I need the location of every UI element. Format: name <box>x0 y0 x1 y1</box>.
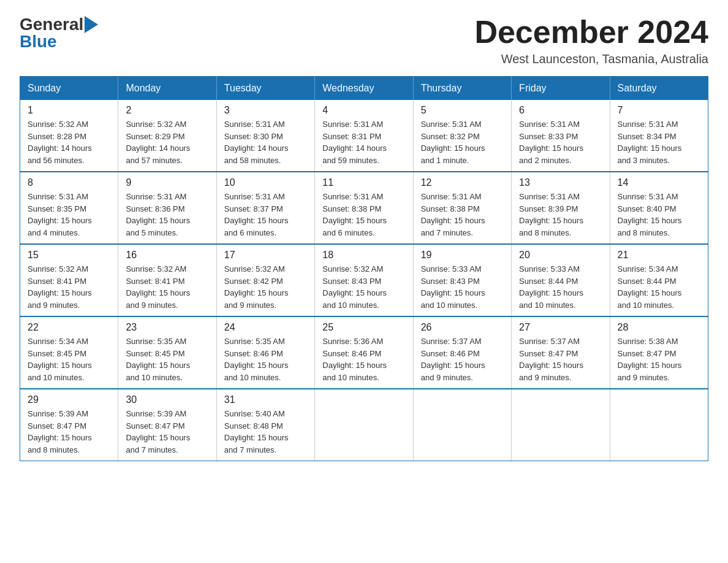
day-number: 4 <box>322 105 405 116</box>
week-row-1: 1 Sunrise: 5:32 AM Sunset: 8:28 PM Dayli… <box>20 100 708 172</box>
page-header: General Blue December 2024 West Launcest… <box>20 15 708 66</box>
day-info: Sunrise: 5:31 AM Sunset: 8:38 PM Dayligh… <box>421 191 504 239</box>
day-cell <box>512 389 610 461</box>
day-cell: 28 Sunrise: 5:38 AM Sunset: 8:47 PM Dayl… <box>610 316 708 389</box>
day-number: 31 <box>224 394 307 405</box>
day-number: 1 <box>28 105 110 116</box>
day-number: 9 <box>126 177 208 188</box>
day-cell: 27 Sunrise: 5:37 AM Sunset: 8:47 PM Dayl… <box>512 316 610 389</box>
header-tuesday: Tuesday <box>216 77 314 101</box>
day-info: Sunrise: 5:32 AM Sunset: 8:28 PM Dayligh… <box>28 118 110 166</box>
day-number: 27 <box>519 322 602 333</box>
day-number: 25 <box>322 322 405 333</box>
week-row-5: 29 Sunrise: 5:39 AM Sunset: 8:47 PM Dayl… <box>20 389 708 461</box>
day-cell: 9 Sunrise: 5:31 AM Sunset: 8:36 PM Dayli… <box>118 172 216 244</box>
day-cell: 31 Sunrise: 5:40 AM Sunset: 8:48 PM Dayl… <box>216 389 314 461</box>
day-number: 19 <box>421 250 504 261</box>
day-number: 7 <box>618 105 700 116</box>
day-cell: 8 Sunrise: 5:31 AM Sunset: 8:35 PM Dayli… <box>20 172 118 244</box>
logo-blue-text: Blue <box>20 32 57 52</box>
week-row-2: 8 Sunrise: 5:31 AM Sunset: 8:35 PM Dayli… <box>20 172 708 244</box>
day-info: Sunrise: 5:39 AM Sunset: 8:47 PM Dayligh… <box>126 408 208 456</box>
day-cell: 18 Sunrise: 5:32 AM Sunset: 8:43 PM Dayl… <box>315 244 413 316</box>
day-info: Sunrise: 5:31 AM Sunset: 8:35 PM Dayligh… <box>28 191 110 239</box>
day-cell: 29 Sunrise: 5:39 AM Sunset: 8:47 PM Dayl… <box>20 389 118 461</box>
day-number: 5 <box>421 105 504 116</box>
day-info: Sunrise: 5:33 AM Sunset: 8:44 PM Dayligh… <box>519 263 602 311</box>
location-title: West Launceston, Tasmania, Australia <box>474 52 708 66</box>
day-number: 2 <box>126 105 208 116</box>
day-cell: 21 Sunrise: 5:34 AM Sunset: 8:44 PM Dayl… <box>610 244 708 316</box>
day-number: 21 <box>618 250 700 261</box>
day-number: 12 <box>421 177 504 188</box>
day-info: Sunrise: 5:31 AM Sunset: 8:38 PM Dayligh… <box>322 191 405 239</box>
day-cell: 25 Sunrise: 5:36 AM Sunset: 8:46 PM Dayl… <box>315 316 413 389</box>
day-info: Sunrise: 5:40 AM Sunset: 8:48 PM Dayligh… <box>224 408 307 456</box>
day-info: Sunrise: 5:31 AM Sunset: 8:39 PM Dayligh… <box>519 191 602 239</box>
day-number: 22 <box>28 322 110 333</box>
day-info: Sunrise: 5:31 AM Sunset: 8:32 PM Dayligh… <box>421 118 504 166</box>
day-cell <box>413 389 511 461</box>
day-info: Sunrise: 5:32 AM Sunset: 8:41 PM Dayligh… <box>126 263 208 311</box>
day-number: 17 <box>224 250 307 261</box>
day-cell: 15 Sunrise: 5:32 AM Sunset: 8:41 PM Dayl… <box>20 244 118 316</box>
day-number: 23 <box>126 322 208 333</box>
day-info: Sunrise: 5:37 AM Sunset: 8:47 PM Dayligh… <box>519 335 602 383</box>
day-number: 29 <box>28 394 110 405</box>
day-cell: 26 Sunrise: 5:37 AM Sunset: 8:46 PM Dayl… <box>413 316 511 389</box>
day-cell: 6 Sunrise: 5:31 AM Sunset: 8:33 PM Dayli… <box>512 100 610 172</box>
day-number: 16 <box>126 250 208 261</box>
day-cell <box>610 389 708 461</box>
day-cell: 24 Sunrise: 5:35 AM Sunset: 8:46 PM Dayl… <box>216 316 314 389</box>
day-number: 8 <box>28 177 110 188</box>
day-info: Sunrise: 5:31 AM Sunset: 8:40 PM Dayligh… <box>618 191 700 239</box>
logo: General Blue <box>20 15 98 52</box>
day-info: Sunrise: 5:32 AM Sunset: 8:29 PM Dayligh… <box>126 118 208 166</box>
day-number: 14 <box>618 177 700 188</box>
day-cell: 19 Sunrise: 5:33 AM Sunset: 8:43 PM Dayl… <box>413 244 511 316</box>
day-info: Sunrise: 5:36 AM Sunset: 8:46 PM Dayligh… <box>322 335 405 383</box>
day-info: Sunrise: 5:32 AM Sunset: 8:41 PM Dayligh… <box>28 263 110 311</box>
week-row-4: 22 Sunrise: 5:34 AM Sunset: 8:45 PM Dayl… <box>20 316 708 389</box>
header-row: SundayMondayTuesdayWednesdayThursdayFrid… <box>20 77 708 101</box>
day-number: 24 <box>224 322 307 333</box>
day-info: Sunrise: 5:31 AM Sunset: 8:36 PM Dayligh… <box>126 191 208 239</box>
day-number: 20 <box>519 250 602 261</box>
header-friday: Friday <box>512 77 610 101</box>
day-number: 3 <box>224 105 307 116</box>
day-number: 11 <box>322 177 405 188</box>
day-info: Sunrise: 5:31 AM Sunset: 8:33 PM Dayligh… <box>519 118 602 166</box>
day-cell <box>315 389 413 461</box>
day-cell: 16 Sunrise: 5:32 AM Sunset: 8:41 PM Dayl… <box>118 244 216 316</box>
day-number: 13 <box>519 177 602 188</box>
day-cell: 13 Sunrise: 5:31 AM Sunset: 8:39 PM Dayl… <box>512 172 610 244</box>
header-monday: Monday <box>118 77 216 101</box>
day-cell: 14 Sunrise: 5:31 AM Sunset: 8:40 PM Dayl… <box>610 172 708 244</box>
day-cell: 23 Sunrise: 5:35 AM Sunset: 8:45 PM Dayl… <box>118 316 216 389</box>
day-info: Sunrise: 5:32 AM Sunset: 8:43 PM Dayligh… <box>322 263 405 311</box>
day-info: Sunrise: 5:31 AM Sunset: 8:31 PM Dayligh… <box>322 118 405 166</box>
day-info: Sunrise: 5:35 AM Sunset: 8:45 PM Dayligh… <box>126 335 208 383</box>
day-cell: 7 Sunrise: 5:31 AM Sunset: 8:34 PM Dayli… <box>610 100 708 172</box>
day-cell: 30 Sunrise: 5:39 AM Sunset: 8:47 PM Dayl… <box>118 389 216 461</box>
day-cell: 2 Sunrise: 5:32 AM Sunset: 8:29 PM Dayli… <box>118 100 216 172</box>
day-number: 15 <box>28 250 110 261</box>
day-info: Sunrise: 5:38 AM Sunset: 8:47 PM Dayligh… <box>618 335 700 383</box>
day-info: Sunrise: 5:33 AM Sunset: 8:43 PM Dayligh… <box>421 263 504 311</box>
day-info: Sunrise: 5:37 AM Sunset: 8:46 PM Dayligh… <box>421 335 504 383</box>
day-info: Sunrise: 5:32 AM Sunset: 8:42 PM Dayligh… <box>224 263 307 311</box>
day-cell: 3 Sunrise: 5:31 AM Sunset: 8:30 PM Dayli… <box>216 100 314 172</box>
day-info: Sunrise: 5:39 AM Sunset: 8:47 PM Dayligh… <box>28 408 110 456</box>
header-thursday: Thursday <box>413 77 511 101</box>
day-number: 6 <box>519 105 602 116</box>
week-row-3: 15 Sunrise: 5:32 AM Sunset: 8:41 PM Dayl… <box>20 244 708 316</box>
day-cell: 17 Sunrise: 5:32 AM Sunset: 8:42 PM Dayl… <box>216 244 314 316</box>
calendar-table: SundayMondayTuesdayWednesdayThursdayFrid… <box>20 76 708 461</box>
day-cell: 20 Sunrise: 5:33 AM Sunset: 8:44 PM Dayl… <box>512 244 610 316</box>
header-wednesday: Wednesday <box>315 77 413 101</box>
day-cell: 1 Sunrise: 5:32 AM Sunset: 8:28 PM Dayli… <box>20 100 118 172</box>
day-info: Sunrise: 5:34 AM Sunset: 8:45 PM Dayligh… <box>28 335 110 383</box>
day-cell: 22 Sunrise: 5:34 AM Sunset: 8:45 PM Dayl… <box>20 316 118 389</box>
day-info: Sunrise: 5:34 AM Sunset: 8:44 PM Dayligh… <box>618 263 700 311</box>
day-cell: 4 Sunrise: 5:31 AM Sunset: 8:31 PM Dayli… <box>315 100 413 172</box>
